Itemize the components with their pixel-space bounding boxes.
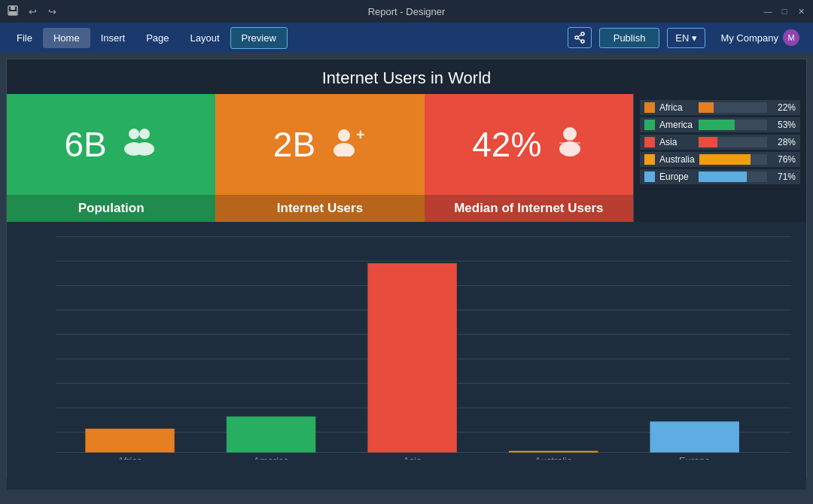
legend-track-africa xyxy=(699,102,767,113)
svg-text:America: America xyxy=(254,456,290,460)
svg-point-9 xyxy=(139,129,150,139)
svg-point-12 xyxy=(338,129,350,141)
population-value: 6B xyxy=(65,124,107,165)
legend-color-africa xyxy=(644,102,655,113)
menu-page[interactable]: Page xyxy=(136,28,179,48)
population-label: Population xyxy=(7,195,215,222)
legend-color-america xyxy=(644,120,655,130)
legend-pct-africa: 22% xyxy=(772,102,796,113)
svg-text:Europe: Europe xyxy=(679,456,710,460)
menu-insert[interactable]: Insert xyxy=(90,28,136,48)
company-label: My Company xyxy=(720,32,778,44)
stats-row: 6B Population 2B xyxy=(7,94,806,222)
internet-users-value: 2B xyxy=(273,124,315,165)
menu-bar: File Home Insert Page Layout Preview Pub… xyxy=(0,23,813,53)
legend-name-africa: Africa xyxy=(659,102,694,113)
menu-home[interactable]: Home xyxy=(43,28,90,48)
legend-pct-europe: 71% xyxy=(772,172,796,182)
svg-text:+: + xyxy=(356,126,365,143)
legend-color-asia xyxy=(644,137,655,147)
bar-chart: 4.5B 4B 3.5B 3B 2.5B 2B 1.5B 1B 500M 0 xyxy=(48,229,791,460)
svg-text:Australia: Australia xyxy=(534,456,573,460)
stat-top-internet-users: 2B + xyxy=(215,94,424,195)
svg-line-7 xyxy=(578,38,581,41)
menubar-right: Publish EN ▾ My Company M xyxy=(568,26,807,50)
stat-card-internet-users: 2B + Internet Users xyxy=(215,94,424,222)
legend-item-australia: Australia 76% xyxy=(640,152,800,167)
bar-australia xyxy=(509,451,598,453)
legend-item-america: America 53% xyxy=(640,117,800,132)
quick-access-toolbar: ↩ ↪ xyxy=(6,5,59,18)
svg-text:Africa: Africa xyxy=(117,456,143,460)
legend-bar-america xyxy=(699,120,735,130)
close-button[interactable]: ✕ xyxy=(795,5,807,17)
bar-europe xyxy=(650,421,738,452)
chart-section: 4.5B 4B 3.5B 3B 2.5B 2B 1.5B 1B 500M 0 xyxy=(7,222,806,490)
svg-point-4 xyxy=(575,36,578,39)
menu-file[interactable]: File xyxy=(6,28,43,48)
legend-item-asia: Asia 28% xyxy=(640,135,800,150)
svg-point-11 xyxy=(135,142,154,156)
legend-pct-australia: 76% xyxy=(772,154,796,165)
save-button[interactable] xyxy=(6,5,20,18)
median-icon xyxy=(555,126,585,163)
menu-preview[interactable]: Preview xyxy=(230,27,288,49)
stat-top-population: 6B xyxy=(7,94,215,195)
stat-card-population: 6B Population xyxy=(7,94,215,222)
legend-name-america: America xyxy=(659,120,694,130)
company-avatar: M xyxy=(783,29,799,46)
legend-bar-africa xyxy=(699,102,714,113)
legend-color-europe xyxy=(644,172,655,182)
median-label: Median of Internet Users xyxy=(425,195,633,222)
legend-bar-asia xyxy=(699,137,718,147)
legend-bar-australia xyxy=(699,154,751,165)
redo-button[interactable]: ↪ xyxy=(45,5,59,18)
legend-panel: Africa 22% America 5 xyxy=(633,94,806,222)
report-title: Internet Users in World xyxy=(7,59,806,94)
legend-name-asia: Asia xyxy=(659,137,694,147)
legend-bar-europe xyxy=(699,172,748,182)
svg-text:Asia: Asia xyxy=(403,456,422,460)
svg-point-5 xyxy=(581,40,584,43)
stat-top-median: 42% xyxy=(425,94,633,195)
legend-pct-asia: 28% xyxy=(772,137,796,147)
svg-rect-2 xyxy=(9,11,17,15)
legend-item-africa: Africa 22% xyxy=(640,100,800,115)
undo-button[interactable]: ↩ xyxy=(26,5,39,18)
maximize-button[interactable]: □ xyxy=(778,5,790,17)
minimize-button[interactable]: — xyxy=(762,5,774,17)
title-bar: ↩ ↪ Report - Designer — □ ✕ xyxy=(0,0,813,23)
legend-track-europe xyxy=(699,172,767,182)
language-selector[interactable]: EN ▾ xyxy=(667,28,705,48)
legend-name-australia: Australia xyxy=(659,154,695,165)
window-controls: — □ ✕ xyxy=(762,5,807,17)
svg-point-3 xyxy=(581,32,584,35)
legend-name-europe: Europe xyxy=(659,172,694,182)
internet-users-label: Internet Users xyxy=(215,195,424,222)
window-title: Report - Designer xyxy=(368,6,446,17)
internet-users-icon: + xyxy=(329,126,367,163)
report-area: Internet Users in World 6B Popu xyxy=(0,53,813,484)
svg-rect-1 xyxy=(11,6,15,10)
legend-item-europe: Europe 71% xyxy=(640,169,800,184)
svg-point-13 xyxy=(333,143,355,156)
stat-card-median: 42% Median of Internet Users xyxy=(425,94,633,222)
svg-point-8 xyxy=(129,129,139,139)
report-container: Internet Users in World 6B Popu xyxy=(6,59,807,478)
legend-track-australia xyxy=(699,154,767,165)
population-icon xyxy=(120,126,158,163)
share-button[interactable] xyxy=(568,27,592,48)
bar-asia xyxy=(367,263,456,452)
legend-track-america xyxy=(699,120,767,130)
bar-america xyxy=(227,417,315,453)
publish-button[interactable]: Publish xyxy=(599,28,660,48)
bar-africa xyxy=(85,429,174,453)
menu-layout[interactable]: Layout xyxy=(180,28,230,48)
legend-track-asia xyxy=(699,137,767,147)
median-value: 42% xyxy=(472,124,541,165)
legend-color-australia xyxy=(644,154,655,165)
company-menu[interactable]: My Company M xyxy=(713,26,807,50)
legend-pct-america: 53% xyxy=(772,120,796,130)
svg-line-6 xyxy=(578,35,581,37)
